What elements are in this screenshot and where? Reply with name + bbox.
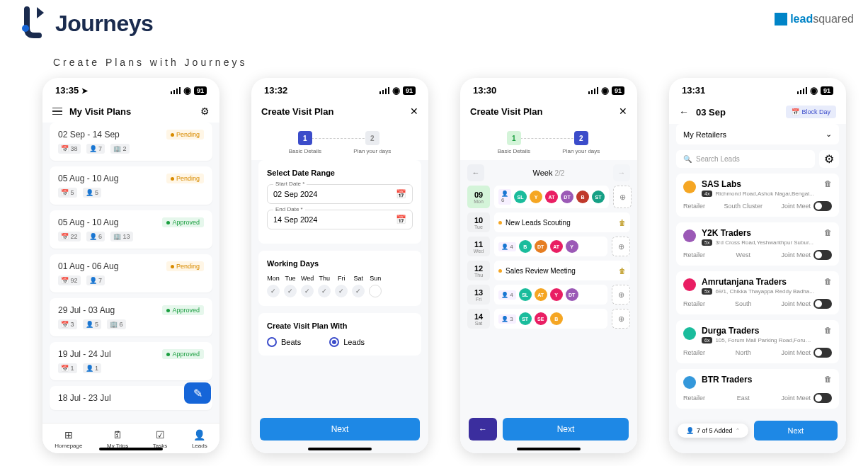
- day-cell[interactable]: 09Mon: [467, 186, 490, 208]
- filter-icon[interactable]: ⚙: [200, 106, 210, 117]
- leadsquared-logo: leadsquared: [775, 13, 854, 25]
- avatar: SE: [535, 312, 547, 325]
- joint-meet-toggle[interactable]: [813, 299, 832, 309]
- delete-icon[interactable]: 🗑: [619, 219, 626, 227]
- day-avatars[interactable]: 👤 6SLYATDTBST: [494, 186, 609, 208]
- day-avatars[interactable]: 👤 4SLATYDT: [494, 285, 607, 305]
- working-days-section: Working Days Mon✓Tue✓Wed✓Thu✓Fri✓Sat✓Sun: [258, 251, 421, 306]
- add-button[interactable]: ⊕: [612, 237, 630, 256]
- next-week-button[interactable]: →: [613, 164, 630, 181]
- fab-button[interactable]: ✎: [184, 382, 211, 404]
- plan-card[interactable]: 05 Aug - 10 AugApproved📅 22👤 6🏢 13: [50, 210, 212, 249]
- step-2: 2Plan your days: [562, 131, 600, 154]
- day-cell[interactable]: 11Wed: [467, 237, 490, 256]
- radio-beats[interactable]: Beats: [267, 337, 301, 347]
- retailer-card[interactable]: SAS Labs 4xRichmond Road,Ashok Nagar,Ben…: [676, 174, 839, 217]
- close-icon[interactable]: ✕: [410, 106, 418, 117]
- block-day-button[interactable]: 📅Block Day: [786, 106, 836, 118]
- phone-retailers: 13:31 ◉91 ← 03 Sep 📅Block Day My Retaile…: [669, 78, 846, 453]
- search-input[interactable]: 🔍Search Leads: [676, 150, 815, 168]
- home-indicator: [308, 448, 372, 450]
- status-bar: 13:30 ◉91: [460, 78, 637, 100]
- day-cell[interactable]: 10Tue: [467, 212, 490, 232]
- delete-icon[interactable]: 🗑: [824, 228, 832, 237]
- day-toggle[interactable]: Thu✓: [318, 275, 331, 297]
- plan-with-section: Create Visit Plan With Beats Leads: [258, 313, 421, 356]
- journeys-logo: Journeys: [14, 6, 153, 41]
- retailer-card[interactable]: Y2K Traders 5x3rd Cross Road,Yeshwanthpu…: [676, 222, 839, 266]
- home-indicator: [517, 448, 581, 450]
- phone-create-plan-step2: 13:30 ◉91 Create Visit Plan ✕ 1Basic Det…: [460, 78, 637, 453]
- avatar: ST: [519, 312, 532, 325]
- leadsquared-text: leadsquared: [790, 13, 854, 25]
- add-button[interactable]: ⊕: [613, 186, 632, 208]
- retailer-card[interactable]: Amrutanjana Traders 5x69/1, Chikka Thaya…: [676, 271, 839, 314]
- add-button[interactable]: ⊕: [612, 285, 630, 305]
- menu-icon[interactable]: [52, 108, 62, 115]
- avatar: DT: [561, 191, 573, 203]
- day-avatars[interactable]: 👤 4BDTATY: [494, 237, 607, 256]
- day-toggle[interactable]: Mon✓: [267, 275, 280, 297]
- radio-leads[interactable]: Leads: [329, 337, 365, 347]
- day-avatars[interactable]: 👤 3STSEB: [494, 309, 607, 329]
- start-date-field[interactable]: Start Date * 02 Sep 2024 📅: [267, 184, 413, 204]
- added-count[interactable]: 👤7 of 5 Added⌃: [678, 424, 748, 438]
- delete-icon[interactable]: 🗑: [824, 375, 832, 383]
- plan-card[interactable]: 29 Jul - 03 AugApproved📅 3👤 5🏢 6: [50, 298, 212, 336]
- day-row: 09Mon👤 6SLYATDTBST⊕: [467, 186, 630, 208]
- delete-icon[interactable]: 🗑: [824, 179, 832, 188]
- nav-homepage[interactable]: ⊞Homepage: [55, 429, 82, 449]
- nav-mytrips[interactable]: 🗓My Trips: [107, 429, 128, 449]
- journeys-icon: [14, 6, 50, 41]
- day-toggle[interactable]: Fri✓: [335, 275, 348, 297]
- retailer-card[interactable]: Durga Traders 6x105, Forum Mall Parking …: [676, 320, 839, 363]
- day-toggle[interactable]: Wed✓: [301, 275, 314, 297]
- joint-meet-toggle[interactable]: [813, 201, 832, 211]
- added-bar: 👤7 of 5 Added⌃ Next: [678, 421, 838, 441]
- joint-meet-toggle[interactable]: [813, 348, 832, 358]
- add-button[interactable]: ⊕: [612, 309, 630, 329]
- day-event[interactable]: Sales Review Meeting🗑: [494, 261, 630, 280]
- plan-card[interactable]: 01 Aug - 06 AugPending📅 92👤 7: [50, 254, 212, 292]
- back-button[interactable]: ←: [469, 418, 497, 441]
- step-1: 1Basic Details: [289, 131, 321, 154]
- retailers-dropdown[interactable]: My Retailers ⌄: [676, 124, 839, 144]
- day-toggle[interactable]: Sun: [369, 275, 382, 297]
- retailer-card[interactable]: BTR Traders 🗑 RetailerEast Joint Meet: [676, 369, 839, 409]
- leads-icon: 👤: [193, 429, 205, 441]
- delete-icon[interactable]: 🗑: [824, 277, 832, 285]
- plan-card[interactable]: 05 Aug - 10 AugPending📅 5👤 5: [50, 166, 212, 205]
- day-event[interactable]: New Leads Scouting🗑: [494, 212, 630, 232]
- calendar-icon: 📅: [396, 189, 406, 199]
- stepper: 1Basic Details 2Plan your days: [251, 123, 428, 160]
- day-cell[interactable]: 14Sat: [467, 309, 490, 329]
- close-icon[interactable]: ✕: [619, 106, 627, 117]
- next-button[interactable]: Next: [754, 421, 838, 441]
- phone-create-plan-step1: 13:32 ◉91 Create Visit Plan ✕ 1Basic Det…: [251, 78, 428, 453]
- back-icon[interactable]: ←: [679, 106, 689, 118]
- user-icon: 👤: [686, 427, 694, 434]
- status-bar: 13:32 ◉91: [251, 78, 428, 100]
- next-button[interactable]: Next: [503, 418, 629, 441]
- plan-card[interactable]: 02 Sep - 14 SepPending📅 38👤 7🏢 2: [50, 123, 212, 161]
- status-bar: 13:31 ◉91: [669, 78, 846, 100]
- leadsquared-icon: [775, 13, 787, 25]
- nav-tasks[interactable]: ☑Tasks: [153, 429, 167, 449]
- end-date-field[interactable]: End Date * 14 Sep 2024 📅: [267, 210, 413, 229]
- joint-meet-toggle[interactable]: [813, 250, 832, 260]
- next-button[interactable]: Next: [260, 418, 420, 441]
- day-cell[interactable]: 12Thu: [467, 261, 490, 280]
- delete-icon[interactable]: 🗑: [619, 267, 626, 275]
- day-toggle[interactable]: Sat✓: [352, 275, 365, 297]
- day-toggle[interactable]: Tue✓: [284, 275, 297, 297]
- avatar: B: [550, 312, 563, 325]
- delete-icon[interactable]: 🗑: [824, 326, 832, 334]
- plan-card[interactable]: 19 Jul - 24 JulApproved📅 1👤 1: [50, 342, 212, 380]
- joint-meet-toggle[interactable]: [813, 393, 832, 403]
- nav-leads[interactable]: 👤Leads: [192, 429, 207, 449]
- day-cell[interactable]: 13Fri: [467, 285, 490, 305]
- retailer-avatar: [683, 278, 696, 291]
- filter-button[interactable]: ⚙: [819, 150, 839, 168]
- header-subtitle: Create Plans with Journeys: [53, 57, 247, 68]
- prev-week-button[interactable]: ←: [467, 164, 484, 181]
